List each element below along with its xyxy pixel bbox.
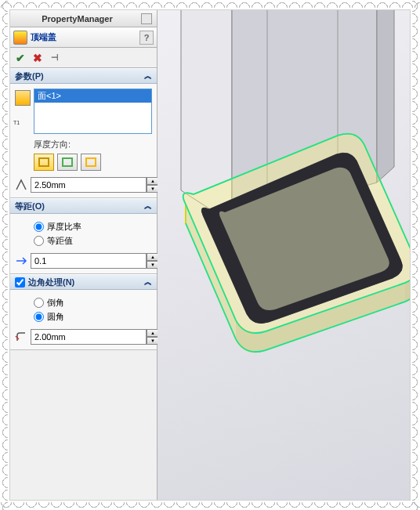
radio-thickness-ratio[interactable]: 厚度比率 xyxy=(34,221,152,233)
corner-spinner[interactable]: ▲ ▼ xyxy=(31,329,159,345)
chevron-up-icon: ︽ xyxy=(144,201,152,212)
action-bar: ✔ ✖ ⊣ xyxy=(10,48,157,68)
chevron-up-icon: ︽ xyxy=(144,277,152,288)
pin-button[interactable]: ⊣ xyxy=(48,51,62,65)
model-render xyxy=(158,10,410,496)
offset-icon xyxy=(15,254,27,268)
thickness-spinner[interactable]: ▲ ▼ xyxy=(31,177,159,193)
direction-both-button[interactable] xyxy=(81,154,101,171)
end-cap-icon xyxy=(13,31,27,45)
section-offset-header[interactable]: 等距(O) ︽ xyxy=(10,198,157,214)
pm-title: PropertyManager xyxy=(15,14,139,24)
app-window: PropertyManager 顶端盖 ? ✔ ✖ ⊣ 参数(P) ︽ xyxy=(9,9,411,501)
feature-title: 顶端盖 xyxy=(31,31,139,43)
radio-fillet[interactable]: 圆角 xyxy=(34,311,152,323)
direction-inward-button[interactable] xyxy=(57,154,78,171)
selection-item[interactable]: 面<1> xyxy=(34,89,151,103)
3d-viewport[interactable] xyxy=(158,10,410,500)
radio-fillet-input[interactable] xyxy=(34,312,44,322)
corner-enable-checkbox[interactable] xyxy=(15,277,25,288)
feature-header: 顶端盖 ? xyxy=(10,27,157,48)
radio-chamfer-input[interactable] xyxy=(34,298,44,308)
pm-header-icon[interactable] xyxy=(141,13,152,24)
radio-offset-value-input[interactable] xyxy=(34,236,44,246)
property-manager-panel: PropertyManager 顶端盖 ? ✔ ✖ ⊣ 参数(P) ︽ xyxy=(10,10,158,500)
thickness-icon xyxy=(15,178,27,192)
face-selection-list[interactable]: 面<1> xyxy=(34,89,152,134)
corner-icon xyxy=(15,330,27,344)
radio-offset-value-label: 等距值 xyxy=(47,235,73,247)
selection-sub-label: T1 xyxy=(13,120,29,125)
thickness-direction-label: 厚度方向: xyxy=(34,139,152,150)
radio-chamfer-label: 倒角 xyxy=(47,297,64,309)
corner-input[interactable] xyxy=(31,329,147,345)
help-button[interactable]: ? xyxy=(139,31,154,45)
ok-button[interactable]: ✔ xyxy=(13,51,27,65)
section-offset: 等距(O) ︽ 厚度比率 等距值 xyxy=(10,198,157,274)
offset-input[interactable] xyxy=(31,253,147,269)
thickness-direction-buttons xyxy=(34,154,152,171)
radio-thickness-ratio-label: 厚度比率 xyxy=(47,221,81,233)
radio-thickness-ratio-input[interactable] xyxy=(34,222,44,232)
radio-fillet-label: 圆角 xyxy=(47,311,64,323)
face-selection-icon xyxy=(15,90,31,106)
direction-outward-button[interactable] xyxy=(34,154,54,171)
offset-spinner[interactable]: ▲ ▼ xyxy=(31,253,159,269)
section-corner-header[interactable]: 边角处理(N) ︽ xyxy=(10,274,157,290)
section-parameters: 参数(P) ︽ T1 面<1> 厚度方向: xyxy=(10,68,157,198)
section-offset-title: 等距(O) xyxy=(15,201,144,212)
chevron-up-icon: ︽ xyxy=(144,71,152,81)
section-corner-title: 边角处理(N) xyxy=(28,277,144,288)
property-manager-header: PropertyManager xyxy=(10,10,157,27)
section-corner: 边角处理(N) ︽ 倒角 圆角 xyxy=(10,274,157,350)
thickness-input[interactable] xyxy=(31,177,147,193)
radio-chamfer[interactable]: 倒角 xyxy=(34,297,152,309)
section-parameters-header[interactable]: 参数(P) ︽ xyxy=(10,68,157,84)
section-parameters-title: 参数(P) xyxy=(15,71,144,82)
cancel-button[interactable]: ✖ xyxy=(31,51,45,65)
radio-offset-value[interactable]: 等距值 xyxy=(34,235,152,247)
